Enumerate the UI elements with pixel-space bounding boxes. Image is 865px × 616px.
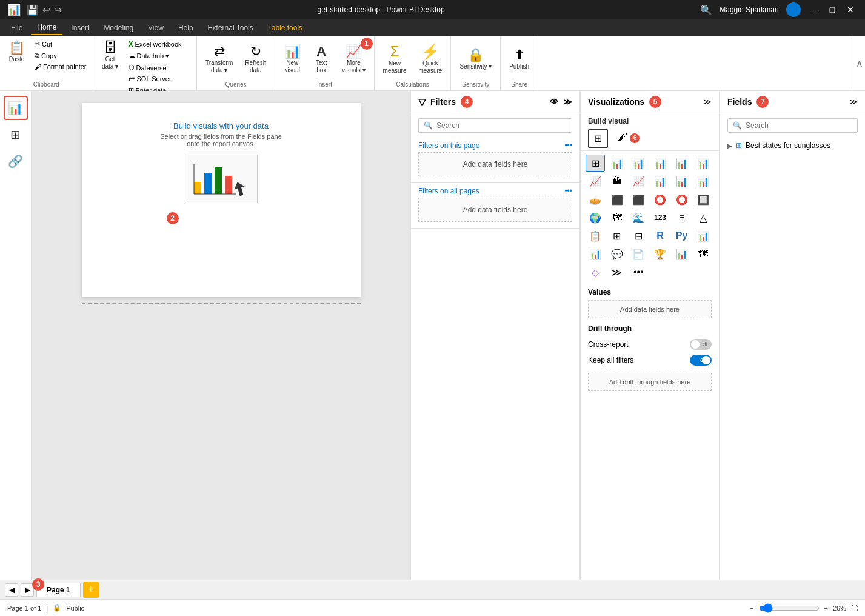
viz-icon-funnel[interactable]: ⬛ [607, 191, 627, 208]
viz-icon-dot-plot[interactable]: ⬛ [629, 191, 648, 208]
viz-expand-icon[interactable]: ≫ [704, 98, 712, 106]
viz-icon-line-area[interactable]: 📈 [629, 173, 648, 190]
transform-data-button[interactable]: ⇄ Transformdata ▾ [201, 42, 238, 76]
close-button[interactable]: ✕ [843, 4, 858, 16]
quick-measure-button[interactable]: ⚡ Quickmeasure [414, 42, 447, 77]
viz-icon-py[interactable]: Py [672, 227, 692, 244]
sidebar-data-btn[interactable]: ⊞ [4, 122, 28, 147]
fields-expand-icon[interactable]: ≫ [850, 98, 858, 106]
filters-search-box[interactable]: 🔍 [418, 118, 572, 133]
viz-icon-filled-map[interactable]: 🗺 [607, 209, 627, 226]
data-hub-button[interactable]: ☁ Data hub ▾ [126, 51, 193, 61]
fields-search-box[interactable]: 🔍 [727, 118, 858, 133]
sidebar-model-btn[interactable]: 🔗 [4, 149, 28, 173]
viz-icon-stacked-col[interactable]: 📊 [672, 155, 692, 172]
viz-icon-waterfall[interactable]: 📊 [672, 173, 692, 190]
filters-search-input[interactable] [436, 121, 567, 130]
viz-icon-decomp[interactable]: 📊 [693, 227, 713, 244]
viz-icon-area[interactable]: 🏔 [607, 173, 627, 190]
refresh-data-button[interactable]: ↻ Refreshdata [240, 42, 271, 76]
format-painter-button[interactable]: 🖌 Format painter [32, 62, 89, 72]
viz-icon-line[interactable]: 📈 [586, 173, 605, 190]
viz-icon-paint[interactable]: ◇ [586, 264, 605, 281]
collapse-ribbon-button[interactable]: ∧ [853, 36, 865, 90]
canvas-page[interactable]: Build visuals with your data Select or d… [82, 103, 361, 297]
cut-button[interactable]: ✂ Cut [32, 39, 89, 49]
dataverse-button[interactable]: ⬡ Dataverse [126, 62, 193, 73]
viz-icon-map[interactable]: 🌍 [586, 209, 605, 226]
viz-icon-column[interactable]: 📊 [650, 155, 670, 172]
viz-icon-pie[interactable]: 🥧 [586, 191, 605, 208]
menu-insert[interactable]: Insert [65, 21, 95, 35]
menu-home[interactable]: Home [31, 21, 62, 35]
viz-icon-arrows[interactable]: ≫ [607, 264, 627, 281]
save-icon[interactable]: 💾 [27, 4, 39, 16]
viz-icon-smart[interactable]: 📄 [629, 246, 648, 263]
viz-tab-format[interactable]: 🖌 6 [613, 129, 644, 148]
viz-icon-qna[interactable]: 📊 [586, 246, 605, 263]
menu-external-tools[interactable]: External Tools [202, 21, 259, 35]
viz-icon-card[interactable]: 123 [650, 209, 670, 226]
viz-icon-text[interactable]: 💬 [607, 246, 627, 263]
menu-file[interactable]: File [5, 21, 28, 35]
redo-icon[interactable]: ↪ [54, 4, 62, 16]
new-measure-button[interactable]: Σ Newmeasure [378, 42, 412, 77]
viz-icon-gauge[interactable]: ⭕ [672, 191, 692, 208]
fields-search-input[interactable] [746, 121, 852, 130]
zoom-slider[interactable] [759, 603, 820, 613]
cross-report-toggle[interactable]: Off [690, 339, 712, 350]
page-nav-prev[interactable]: ◀ [5, 583, 18, 597]
viz-tab-chart[interactable]: ⊞ [588, 129, 608, 148]
text-box-button[interactable]: A Textbox [308, 42, 335, 76]
new-visual-button[interactable]: 📊 Newvisual [279, 42, 306, 76]
menu-help[interactable]: Help [172, 21, 199, 35]
filter-eye-icon[interactable]: 👁 [550, 97, 558, 107]
maximize-button[interactable]: □ [826, 4, 838, 16]
viz-icon-clustered[interactable]: 📊 [693, 155, 713, 172]
viz-icon-bar[interactable]: 📊 [607, 155, 627, 172]
viz-icon-multi-row[interactable]: ≡ [672, 209, 692, 226]
page-tab-1[interactable]: Page 1 3 [36, 583, 81, 597]
filters-page-more[interactable]: ••• [564, 141, 572, 150]
paste-button[interactable]: 📋 Paste [4, 39, 30, 65]
minimize-button[interactable]: ─ [808, 4, 821, 16]
undo-icon[interactable]: ↩ [42, 4, 50, 16]
filters-all-pages-drop-zone[interactable]: Add data fields here [418, 198, 572, 222]
sql-server-button[interactable]: 🗃 SQL Server [126, 74, 193, 84]
sidebar-report-btn[interactable]: 📊 [4, 96, 28, 120]
fit-page-icon[interactable]: ⛶ [851, 604, 858, 612]
viz-icon-slicer[interactable]: 📋 [586, 227, 605, 244]
menu-table-tools[interactable]: Table tools [262, 21, 309, 35]
filters-all-pages-more[interactable]: ••• [564, 187, 572, 195]
menu-view[interactable]: View [142, 21, 170, 35]
viz-icon-ribbon[interactable]: 📊 [650, 173, 670, 190]
drill-add-zone[interactable]: Add drill-through fields here [588, 373, 712, 391]
search-icon[interactable]: 🔍 [700, 4, 712, 16]
filters-page-drop-zone[interactable]: Add data fields here [418, 152, 572, 176]
viz-icon-azure-map[interactable]: 🗺 [693, 246, 713, 263]
viz-icon-r[interactable]: R [650, 227, 670, 244]
excel-workbook-button[interactable]: X Excel workbook [126, 39, 193, 50]
zoom-increase[interactable]: + [824, 604, 828, 612]
viz-icon-donut[interactable]: ⭕ [650, 191, 670, 208]
viz-icon-more[interactable]: ••• [629, 264, 648, 281]
publish-button[interactable]: ⬆ Publish [504, 46, 534, 73]
viz-icon-table[interactable]: ⊞ [586, 155, 605, 172]
filter-expand-icon[interactable]: ≫ [563, 97, 572, 107]
viz-icon-kpi[interactable]: △ [693, 209, 713, 226]
values-drop-zone[interactable]: Add data fields here [588, 300, 712, 318]
fields-item-sunglasses[interactable]: ▶ ⊞ Best states for sunglasses [720, 138, 865, 153]
viz-icon-key-inf[interactable]: 📊 [672, 246, 692, 263]
viz-icon-matrix[interactable]: ⊞ [607, 227, 627, 244]
copy-button[interactable]: ⧉ Copy [32, 50, 89, 61]
add-page-button[interactable]: + [83, 582, 99, 598]
viz-icon-goals[interactable]: 🏆 [650, 246, 670, 263]
sensitivity-button[interactable]: 🔒 Sensitivity ▾ [455, 46, 496, 73]
viz-icon-stacked-bar[interactable]: 📊 [629, 155, 648, 172]
get-data-button[interactable]: 🗄 Getdata ▾ [97, 39, 124, 73]
menu-modeling[interactable]: Modeling [98, 21, 139, 35]
viz-icon-table2[interactable]: ⊟ [629, 227, 648, 244]
viz-icon-scatter[interactable]: 📊 [693, 173, 713, 190]
zoom-decrease[interactable]: − [750, 604, 753, 612]
keep-filters-toggle[interactable]: On [690, 355, 712, 366]
